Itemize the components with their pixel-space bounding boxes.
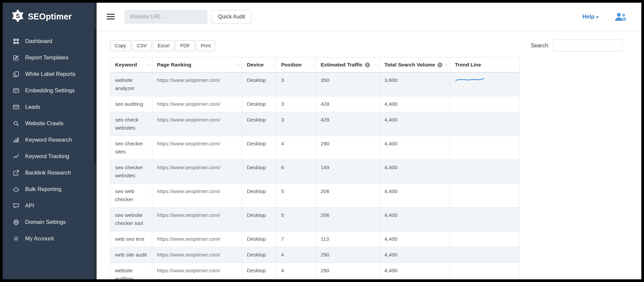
- sidebar-scrollbar[interactable]: [94, 3, 97, 279]
- sort-icon: ↑↓: [237, 62, 240, 67]
- cell-position: 4: [276, 247, 316, 263]
- sidebar-scrollbar-thumb[interactable]: [94, 29, 96, 163]
- sidebar-item-label: Website Crawls: [25, 120, 63, 127]
- sidebar-item-keyword-tracking[interactable]: Keyword Tracking: [3, 148, 97, 164]
- copy-export-button[interactable]: Copy: [110, 40, 131, 51]
- topbar: Quick Audit Help ▾: [97, 3, 641, 31]
- sidebar-item-label: Embedding Settings: [25, 87, 75, 94]
- cell-estimated-traffic: 206: [316, 184, 380, 207]
- table-header: Keyword↑↓Page Ranking↑↓Device↑↓Position↑…: [110, 57, 520, 73]
- column-header-keyword[interactable]: Keyword↑↓: [110, 57, 152, 73]
- user-account-icon[interactable]: [614, 12, 628, 22]
- column-label: Trend Line: [455, 62, 481, 67]
- csv-export-button[interactable]: CSV: [132, 40, 152, 51]
- sidebar-item-label: Dashboard: [25, 38, 52, 44]
- sidebar-item-label: Keyword Research: [25, 137, 72, 143]
- sidebar-item-bulk-reporting[interactable]: Bulk Reporting: [3, 181, 97, 197]
- quick-audit-button[interactable]: Quick Audit: [211, 10, 252, 23]
- sidebar-item-dashboard[interactable]: Dashboard: [3, 33, 97, 49]
- bulk-reporting-icon: [13, 186, 19, 192]
- cell-keyword: seo web checker: [110, 184, 152, 207]
- website-url-input[interactable]: [125, 10, 207, 23]
- app-logo[interactable]: S SEOptimer: [3, 3, 97, 32]
- cell-estimated-traffic: 428: [316, 96, 380, 112]
- table-row: seo checker siteshttps://www.seoptimer.c…: [110, 136, 520, 160]
- column-label: Estimated Traffic: [321, 62, 363, 67]
- hamburger-menu-icon[interactable]: [105, 11, 116, 22]
- cell-page-ranking: https://www.seoptimer.com/: [152, 247, 242, 263]
- sidebar-item-keyword-research[interactable]: Keyword Research: [3, 132, 97, 148]
- sidebar-item-leads[interactable]: Leads: [3, 99, 97, 115]
- sidebar-item-domain-settings[interactable]: Domain Settings: [3, 214, 97, 230]
- cell-trend-line: [450, 231, 520, 247]
- cell-page-ranking: https://www.seoptimer.com/: [152, 96, 242, 112]
- cell-keyword: web site audit: [110, 247, 152, 263]
- sidebar-item-website-crawls[interactable]: Website Crawls: [3, 115, 97, 132]
- cell-keyword: seo website checker tool: [110, 207, 152, 231]
- cell-device: Desktop: [242, 160, 276, 184]
- info-icon[interactable]: i: [365, 62, 370, 67]
- seoptimer-gear-logo-icon: S: [11, 9, 24, 23]
- column-header-total-search-volume[interactable]: Total Search Volumei↑↓: [380, 57, 450, 73]
- cell-page-ranking: https://www.seoptimer.com/: [152, 263, 242, 280]
- table-row: seo check websiteshttps://www.seoptimer.…: [110, 112, 520, 136]
- table-row: web site audithttps://www.seoptimer.com/…: [110, 247, 520, 263]
- sidebar-item-label: Bulk Reporting: [25, 186, 61, 192]
- cell-total-search-volume: 4,400: [380, 184, 450, 207]
- sidebar-nav: DashboardReport TemplatesWhite Label Rep…: [3, 32, 97, 247]
- sidebar-item-white-label-reports[interactable]: White Label Reports: [3, 66, 97, 82]
- help-menu[interactable]: Help ▾: [582, 13, 598, 20]
- dashboard-icon: [13, 38, 19, 44]
- cell-estimated-traffic: 428: [316, 112, 380, 136]
- cell-device: Desktop: [242, 207, 276, 231]
- cell-position: 3: [276, 112, 316, 136]
- trend-sparkline: [455, 77, 488, 85]
- table-row: seo website checker toolhttps://www.seop…: [110, 207, 520, 231]
- cell-total-search-volume: 4,400: [380, 112, 450, 136]
- excel-export-button[interactable]: Excel: [153, 40, 174, 51]
- sidebar-item-api[interactable]: API: [3, 197, 97, 214]
- sidebar-item-report-templates[interactable]: Report Templates: [3, 49, 97, 66]
- sidebar-item-label: My Account: [25, 235, 54, 242]
- column-header-estimated-traffic[interactable]: Estimated Traffici↑↓: [316, 57, 380, 73]
- cell-trend-line: [450, 207, 520, 231]
- keyword-tracking-icon: [13, 153, 19, 159]
- sidebar-item-embedding-settings[interactable]: Embedding Settings: [3, 82, 97, 99]
- table-row: website analyzerhttps://www.seoptimer.co…: [110, 73, 520, 96]
- cell-trend-line: [450, 96, 520, 112]
- cell-page-ranking: https://www.seoptimer.com/: [152, 112, 242, 136]
- sidebar-item-my-account[interactable]: My Account: [3, 230, 97, 247]
- cell-position: 4: [276, 136, 316, 160]
- column-header-page-ranking[interactable]: Page Ranking↑↓: [152, 57, 242, 73]
- cell-page-ranking: https://www.seoptimer.com/: [152, 160, 242, 184]
- cell-page-ranking: https://www.seoptimer.com/: [152, 136, 242, 160]
- cell-trend-line: [450, 73, 520, 96]
- table-search-input[interactable]: [553, 40, 623, 52]
- cell-estimated-traffic: 206: [316, 207, 380, 231]
- cell-keyword: web seo test: [110, 231, 152, 247]
- cell-keyword: website analyzer: [110, 73, 152, 96]
- sort-icon: ↑↓: [445, 62, 448, 67]
- cell-device: Desktop: [242, 112, 276, 136]
- cell-device: Desktop: [242, 247, 276, 263]
- cell-position: 4: [276, 263, 316, 280]
- cell-keyword: seo checker websites: [110, 160, 152, 184]
- cell-keyword: seo auditing: [110, 96, 152, 112]
- table-row: website auditinghttps://www.seoptimer.co…: [110, 263, 520, 280]
- table-row: web seo testhttps://www.seoptimer.com/De…: [110, 231, 520, 247]
- backlink-research-icon: [13, 170, 19, 176]
- pdf-export-button[interactable]: PDF: [175, 40, 195, 51]
- cell-total-search-volume: 4,400: [380, 160, 450, 184]
- column-header-device[interactable]: Device↑↓: [242, 57, 276, 73]
- info-icon[interactable]: i: [437, 62, 442, 67]
- chevron-down-icon: ▾: [596, 15, 598, 19]
- sidebar-item-backlink-research[interactable]: Backlink Research: [3, 164, 97, 181]
- sidebar-item-label: White Label Reports: [25, 71, 75, 77]
- white-label-reports-icon: [13, 71, 19, 77]
- sidebar-item-label: Backlink Research: [25, 170, 71, 176]
- print-export-button[interactable]: Print: [196, 40, 215, 51]
- cell-total-search-volume: 4,400: [380, 207, 450, 231]
- sort-icon: ↑↓: [147, 62, 150, 67]
- cell-page-ranking: https://www.seoptimer.com/: [152, 184, 242, 207]
- column-header-position[interactable]: Position↑↓: [276, 57, 316, 73]
